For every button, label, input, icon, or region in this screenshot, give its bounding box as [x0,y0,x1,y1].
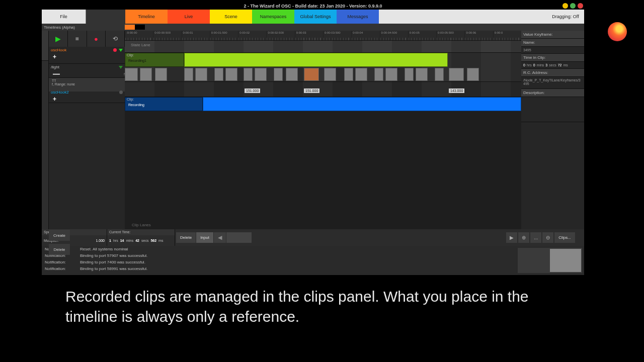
waveform-block[interactable] [405,68,414,81]
input-button[interactable]: Input [196,232,213,243]
clip-segment[interactable] [203,97,521,111]
prop-rc-value[interactable]: /Node_P_T_KeyTiLane/Keyframes/3495 [521,77,584,89]
stop-button[interactable]: ■ [68,31,87,47]
waveform-block[interactable] [385,68,397,81]
ruler-tick[interactable]: 0:00:0 [493,31,521,40]
tab-namespaces[interactable]: Namespaces [252,10,294,24]
timeline-panel[interactable]: :0:00:000:00:00:5000:00:010:00:01:5000:0… [125,31,521,229]
waveform-block[interactable] [244,68,253,81]
waveform-block[interactable] [125,68,138,81]
waveform-block[interactable] [286,68,298,81]
waveform-block[interactable] [374,68,383,81]
ruler-tick[interactable]: 0:00:05:500 [436,31,464,40]
waveform-block[interactable] [155,68,167,81]
collapse-track-icon[interactable]: — [53,72,63,76]
ruler-tick[interactable]: 0:00:05 [408,31,436,40]
play-small-button[interactable]: ▶ [506,232,517,243]
tab-messages[interactable]: Messages [337,10,379,24]
record-arm-icon[interactable] [113,48,117,52]
prop-time-value[interactable]: 0hrs 0mins 3secs 72ms [521,62,584,69]
tab-global-settings[interactable]: Global Settings [294,10,337,24]
record-arm-icon[interactable] [119,90,123,94]
prop-desc-value[interactable] [521,97,584,122]
value-tag[interactable]: 151.000 [245,88,260,93]
ruler-tick[interactable]: 0:00:01 [182,31,210,40]
waveform-block[interactable] [304,68,319,81]
range-line: f, Range: none [52,82,122,86]
waveform-block[interactable] [214,68,223,81]
waveform-block[interactable] [255,68,267,81]
ruler-tick[interactable]: 0:00:03:500 [323,31,351,40]
waveform-block[interactable] [195,68,207,81]
log-panel[interactable]: Notification:Reset. All systems nominal1… [42,246,584,275]
log-preview[interactable] [518,248,582,273]
delete-button[interactable]: Delete [49,244,70,255]
prop-desc-label: Description: [521,89,584,97]
waveform-block[interactable] [184,68,193,81]
track-oschook[interactable]: oscHook + [49,47,125,64]
clip-row-1[interactable]: Clip: Recording1 [125,53,521,67]
track-oschook2[interactable]: oscHook2 + [49,89,125,103]
close-icon[interactable] [578,3,583,9]
clip-segment[interactable]: Recording [125,97,203,111]
waveform-block[interactable] [449,68,464,81]
zoom-out-button[interactable]: ⊖ [542,232,553,243]
multiplier-value[interactable]: 1.000 [96,239,105,242]
clip-name: Recording [128,103,144,107]
clips-panel-button[interactable]: Clips... [554,232,575,243]
log-row: Notification:Binding to port 7400 was su… [42,259,584,265]
add-track-icon[interactable]: + [53,53,59,60]
clip-row-2[interactable]: Clip: Recording [125,97,521,111]
waveform-block[interactable] [274,68,283,81]
ruler-tick[interactable]: 0:00:00:500 [153,31,181,40]
ruler-tick[interactable]: 0:00:03 [295,31,323,40]
value-tag[interactable]: 143.000 [449,88,464,93]
record-button[interactable]: ● [87,31,106,47]
create-button[interactable]: Create [49,230,70,241]
zoom-in-button[interactable]: ⊕ [518,232,529,243]
zoom-mid-button[interactable]: ... [530,232,541,243]
waveform-block[interactable] [467,68,479,81]
prop-name-value[interactable]: 3495 [521,47,584,54]
time-ruler[interactable]: :0:00:000:00:00:5000:00:010:00:01:5000:0… [125,31,521,41]
grid-button[interactable] [226,232,252,243]
waveform-block[interactable] [416,68,428,81]
maximize-icon[interactable] [570,3,576,9]
clip-segment[interactable] [184,53,448,67]
expand-icon[interactable] [119,66,123,69]
waveform-block[interactable] [435,68,444,81]
ruler-tick[interactable]: 0:00:01:500 [210,31,238,40]
ruler-tick[interactable]: :0:00:00 [125,31,153,40]
minimize-icon[interactable] [562,3,568,9]
delete-clip-button[interactable]: Delete [176,232,196,243]
ruler-tick[interactable]: 0:00:02 [238,31,266,40]
current-time-value[interactable]: 1hrs 14mins 42secs 562ms [107,235,175,246]
value-tag[interactable]: 151.000 [304,88,319,93]
waveform-block[interactable] [344,68,353,81]
tab-live[interactable]: Live [168,10,210,24]
ruler-tick[interactable]: 0:00:02:500 [266,31,294,40]
dragging-status[interactable]: Dragging: Off [547,10,584,24]
waveform-block[interactable] [355,68,367,81]
block-row[interactable] [125,67,521,82]
state-lane[interactable]: State Lane [125,41,521,53]
waveform-block[interactable] [324,68,336,81]
add-track-icon[interactable]: + [53,96,59,103]
ruler-tick[interactable]: 0:00:06 [464,31,493,40]
value-row[interactable]: 151.000 151.000 143.000 [125,82,521,97]
expand-icon[interactable] [119,49,123,52]
prop-rc-label: R.C. Address: [521,69,584,77]
track-light[interactable]: /light —f TT f, Range: none [49,64,125,89]
menu-file[interactable]: File [42,10,86,24]
gutter-handle[interactable] [42,31,48,61]
waveform-block[interactable] [140,68,152,81]
ruler-tick[interactable]: 0:00:04:500 [380,31,408,40]
play-button[interactable]: ▶ [49,31,68,47]
step-back-button[interactable]: ◀ [214,232,226,243]
waveform-block[interactable] [225,68,237,81]
ruler-tick[interactable]: 0:00:04 [351,31,379,40]
tab-scene[interactable]: Scene [210,10,252,24]
loop-button[interactable]: ⟲ [106,31,125,47]
timeline-empty[interactable]: Clip Lanes [125,111,521,229]
tab-timeline[interactable]: Timeline [125,10,168,24]
